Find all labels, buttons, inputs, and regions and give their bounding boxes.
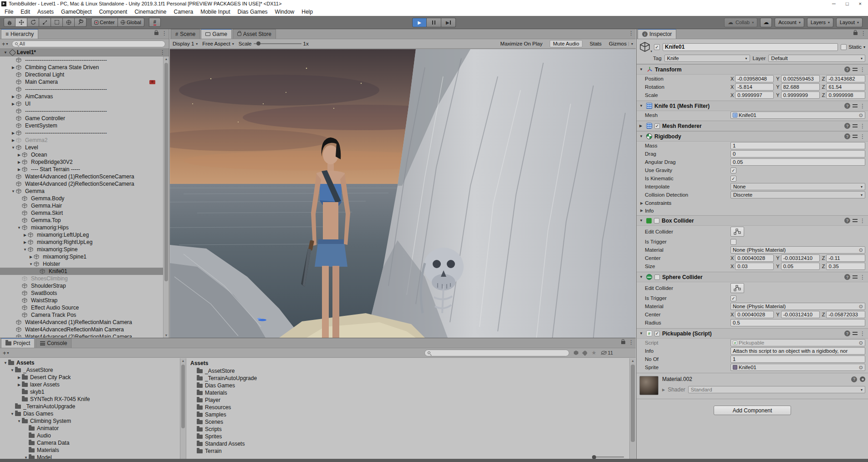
hierarchy-item-knife01[interactable]: Knife01 bbox=[0, 268, 169, 275]
foldout-down-icon[interactable]: ▼ bbox=[3, 361, 8, 365]
hierarchy-item-mixamorig-spine1[interactable]: ▶mixamorig:Spine1 bbox=[0, 253, 169, 260]
foldout-down-icon[interactable]: ▼ bbox=[16, 226, 22, 230]
custom-tool-button[interactable] bbox=[75, 18, 87, 27]
tab-inspector[interactable]: i Inspector bbox=[638, 29, 676, 39]
static-checkbox[interactable] bbox=[841, 44, 847, 50]
help-icon[interactable] bbox=[851, 376, 857, 382]
hierarchy-item-ocean[interactable]: ▶Ocean bbox=[0, 151, 169, 158]
hierarchy-item-ui[interactable]: ▶UI bbox=[0, 100, 169, 107]
preset-icon[interactable] bbox=[853, 67, 858, 71]
hierarchy-item-water4advancedreflectionmain-camera[interactable]: Water4AdvancedReflectionMain Camera bbox=[0, 326, 169, 333]
asset-list-item-scenes[interactable]: Scenes bbox=[190, 418, 629, 426]
project-create-button[interactable]: +▾ bbox=[3, 350, 9, 356]
object-picker-icon[interactable]: ⊙ bbox=[859, 112, 863, 118]
project-search[interactable] bbox=[424, 350, 569, 356]
is-kinematic-checkbox[interactable] bbox=[730, 176, 736, 182]
component-menu-icon[interactable]: ⋮ bbox=[860, 103, 865, 109]
mesh-renderer-enabled-checkbox[interactable] bbox=[654, 123, 660, 129]
asset-list-item-standard-assets[interactable]: Standard Assets bbox=[190, 440, 629, 447]
project-folder--terrainautoupgrade[interactable]: _TerrainAutoUpgrade bbox=[0, 403, 180, 410]
pivot-rotation-global-toggle[interactable]: Global bbox=[118, 18, 144, 27]
collision-detection-dropdown[interactable]: Discrete bbox=[730, 191, 865, 198]
project-folder-assets[interactable]: ▼Assets bbox=[0, 359, 180, 366]
foldout-down-icon[interactable]: ▼ bbox=[22, 248, 28, 252]
constraints-foldout[interactable]: ▶Constraints bbox=[637, 199, 868, 207]
step-button[interactable]: ▶ bbox=[441, 18, 456, 27]
hierarchy-item-camera-track-pos[interactable]: Camera Track Pos bbox=[0, 311, 169, 319]
hierarchy-item-water4advanced-1-reflectionscenecamera[interactable]: Water4Advanced (1)ReflectionSceneCamera bbox=[0, 173, 169, 180]
hierarchy-item-gemma[interactable]: ▼Gemma bbox=[0, 188, 169, 195]
hierarchy-lock-icon[interactable] bbox=[154, 32, 158, 35]
component-menu-icon[interactable]: ⋮ bbox=[860, 331, 865, 336]
hierarchy-item-game-controller[interactable]: Game Controller bbox=[0, 115, 169, 122]
gameobject-cube-icon[interactable]: ▾ bbox=[639, 41, 651, 52]
material-thumbnail[interactable] bbox=[639, 376, 659, 395]
hierarchy-item-swatboots[interactable]: SwatBoots bbox=[0, 289, 169, 297]
asset-list-item--terrainautoupgrade[interactable]: _TerrainAutoUpgrade bbox=[190, 375, 629, 382]
project-folder-climbing-system[interactable]: ▼Climbing System bbox=[0, 417, 180, 425]
foldout-right-icon[interactable]: ▶ bbox=[10, 95, 16, 99]
physic-material-field[interactable]: None (Physic Material)⊙ bbox=[730, 303, 865, 310]
help-icon[interactable] bbox=[844, 103, 850, 109]
hierarchy-item-water4advanced-2-reflectionmain-camera[interactable]: Water4Advanced (2)ReflectionMain Camera bbox=[0, 333, 169, 337]
grid-snap-button[interactable]: # bbox=[149, 18, 161, 27]
foldout-down-icon[interactable]: ▼ bbox=[10, 368, 15, 372]
project-search-input[interactable] bbox=[432, 350, 566, 355]
edit-collider-button[interactable] bbox=[730, 283, 744, 293]
pickupable-enabled-checkbox[interactable] bbox=[654, 331, 660, 336]
hierarchy-item-level[interactable]: ▼Level bbox=[0, 144, 169, 151]
asset-list-item-player[interactable]: Player bbox=[190, 396, 629, 404]
foldout-down-icon[interactable]: ▼ bbox=[10, 412, 15, 416]
radius-field[interactable]: 0.5 bbox=[730, 319, 865, 326]
project-folder-syntech-rx-7045-knife[interactable]: SYNTech RX-7045 Knife bbox=[0, 396, 180, 403]
object-picker-icon[interactable]: ⊙ bbox=[859, 247, 863, 253]
scale-tool-button[interactable] bbox=[39, 18, 51, 27]
box-center-x-field[interactable]: 0.00040028 bbox=[735, 254, 774, 262]
maximize-on-play-toggle[interactable]: Maximize On Play bbox=[498, 41, 546, 47]
foldout-right-icon[interactable]: ▶ bbox=[10, 66, 16, 70]
help-icon[interactable] bbox=[844, 66, 850, 72]
hierarchy-item-water4advanced-2-reflectionscenecamera[interactable]: Water4Advanced (2)ReflectionSceneCamera bbox=[0, 180, 169, 188]
project-menu-icon[interactable]: ⋮ bbox=[628, 340, 634, 345]
project-folder-desert-city-pack[interactable]: ▶Desert City Pack bbox=[0, 374, 180, 381]
menu-item-gameobject[interactable]: GameObject bbox=[57, 8, 95, 16]
menu-item-dias-games[interactable]: Dias Games bbox=[234, 8, 271, 16]
scale-z-field[interactable]: 0.9999998 bbox=[826, 91, 865, 99]
box-center-z-field[interactable]: -0.11 bbox=[826, 254, 865, 262]
search-by-label-icon[interactable] bbox=[582, 350, 588, 356]
sphere-center-y-field[interactable]: -0.00312410 bbox=[781, 311, 820, 318]
box-collider-header[interactable]: ▼ Box Collider ⋮ bbox=[637, 216, 868, 226]
use-gravity-checkbox[interactable] bbox=[730, 168, 736, 173]
object-picker-icon[interactable]: ⊙ bbox=[859, 304, 863, 310]
is-trigger-checkbox[interactable] bbox=[730, 295, 736, 301]
foldout-down-icon[interactable]: ▼ bbox=[10, 146, 16, 150]
foldout-right-icon[interactable]: ▶ bbox=[16, 153, 22, 157]
hierarchy-item-gemma-skirt[interactable]: Gemma.Skirt bbox=[0, 209, 169, 217]
hierarchy-item-gemma-body[interactable]: Gemma.Body bbox=[0, 195, 169, 202]
box-center-y-field[interactable]: -0.00312410 bbox=[781, 254, 820, 262]
tab-asset-store[interactable]: Asset Store bbox=[233, 29, 276, 39]
drag-field[interactable]: 0 bbox=[730, 150, 865, 157]
transform-tool-button[interactable] bbox=[63, 18, 75, 27]
hierarchy-item-mixamorig-spine[interactable]: ▼mixamorig:Spine bbox=[0, 246, 169, 253]
hierarchy-menu-icon[interactable]: ⋮ bbox=[162, 30, 167, 36]
box-size-x-field[interactable]: 0.03 bbox=[735, 263, 774, 270]
object-picker-icon[interactable]: ⊙ bbox=[859, 340, 863, 346]
foldout-right-icon[interactable]: ▶ bbox=[16, 383, 22, 387]
foldout-right-icon[interactable]: ▶ bbox=[22, 240, 28, 244]
inspector-menu-icon[interactable]: ⋮ bbox=[861, 30, 866, 36]
rect-tool-button[interactable] bbox=[51, 18, 63, 27]
foldout-right-icon[interactable]: ▶ bbox=[22, 233, 28, 237]
display-dropdown[interactable]: Display 1▾ bbox=[173, 41, 198, 46]
project-folder-animator[interactable]: Animator bbox=[0, 425, 180, 432]
menu-item-window[interactable]: Window bbox=[271, 8, 298, 16]
asset-list-item-terrain[interactable]: Terrain bbox=[190, 447, 629, 455]
component-menu-icon[interactable]: ⋮ bbox=[860, 274, 865, 280]
rotation-z-field[interactable]: 61.54 bbox=[826, 83, 865, 91]
edit-collider-button[interactable] bbox=[730, 227, 744, 237]
hierarchy-item--start-terrain-[interactable]: ▶---- Start Terrain ----- bbox=[0, 166, 169, 173]
stats-toggle[interactable]: Stats bbox=[587, 41, 604, 47]
asset-list-item-sprites[interactable]: Sprites bbox=[190, 433, 629, 440]
account-dropdown[interactable]: Account▾ bbox=[775, 18, 804, 27]
menu-item-mobile-input[interactable]: Mobile Input bbox=[197, 8, 234, 16]
